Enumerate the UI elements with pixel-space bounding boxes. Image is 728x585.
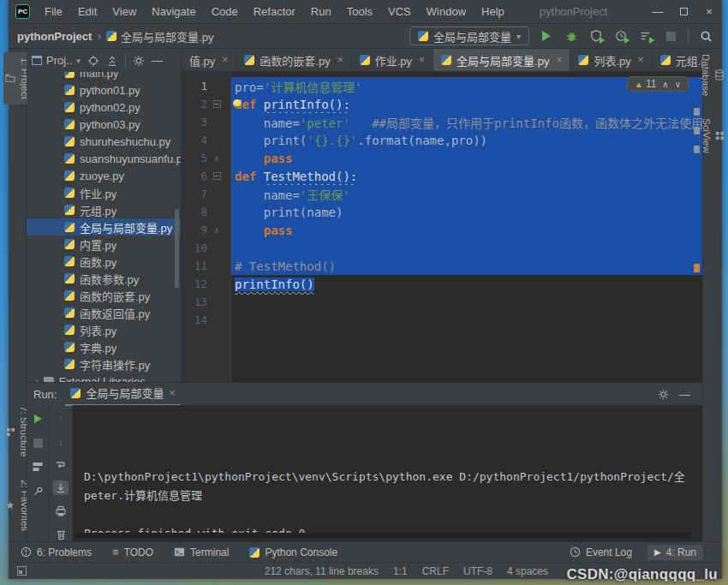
gutter-row[interactable]: 10	[182, 239, 230, 257]
run-button[interactable]	[539, 28, 554, 44]
soft-wrap-button[interactable]	[53, 457, 69, 472]
locate-file-button[interactable]	[87, 55, 99, 67]
tree-item-external-libraries[interactable]: › External Libraries	[27, 373, 181, 382]
tool-stripe-sciview[interactable]: SciView	[701, 118, 725, 153]
rerun-button[interactable]	[30, 411, 45, 427]
code-line[interactable]: print(name)	[231, 203, 702, 221]
error-stripe-mark-selection[interactable]	[694, 264, 700, 272]
python-console-button[interactable]: Python Console	[249, 546, 337, 558]
menu-refactor[interactable]: Refactor	[248, 3, 301, 21]
tree-item[interactable]: 元组.py	[27, 201, 181, 218]
tree-item[interactable]: 函数返回值.py	[27, 304, 181, 321]
fold-end-marker-icon[interactable]: ∧	[214, 154, 218, 163]
code-line[interactable]: printInfo()	[231, 275, 702, 293]
maximize-button[interactable]	[671, 1, 696, 23]
tree-item[interactable]: 字典.py	[27, 338, 181, 355]
run-tool-window-button[interactable]: ▶ 4: Run	[647, 545, 703, 560]
gutter-row[interactable]: 3	[182, 113, 230, 131]
stop-process-button[interactable]	[30, 435, 45, 451]
debug-button[interactable]	[564, 28, 579, 44]
gutter-row[interactable]: 11	[182, 257, 230, 275]
menu-navigate[interactable]: Navigate	[146, 3, 201, 21]
run-with-options-button[interactable]	[638, 28, 653, 44]
tab-liebiao[interactable]: 列表.py ×	[570, 49, 652, 71]
console-horizontal-scrollbar[interactable]	[75, 533, 690, 538]
next-warning-button[interactable]: ∨	[675, 80, 681, 89]
tree-item[interactable]: 函数.py	[27, 253, 181, 270]
fold-marker-icon[interactable]: −	[213, 100, 221, 108]
gutter-row[interactable]: 1	[182, 77, 230, 95]
status-caret-position[interactable]: 1:1	[393, 565, 408, 577]
hide-run-panel-button[interactable]: —	[679, 388, 690, 401]
gutter-row[interactable]: 7	[182, 185, 230, 203]
tree-item[interactable]: python03.py	[27, 116, 181, 133]
fold-end-marker-icon[interactable]: ∧	[214, 226, 218, 235]
gutter-row[interactable]: 13	[182, 293, 230, 311]
menu-file[interactable]: File	[39, 3, 69, 21]
tree-item[interactable]: shuruheshuchu.py	[27, 133, 181, 150]
close-icon[interactable]: ×	[222, 54, 228, 66]
run-tab[interactable]: 全局与局部变量 ×	[65, 382, 180, 406]
tab-active-quanjuyujubu[interactable]: 全局与局部变量.py ×	[433, 49, 570, 71]
tree-item[interactable]: python02.py	[27, 98, 181, 116]
tab-yuanzu[interactable]: 元组.p	[653, 49, 702, 71]
error-stripe-mark[interactable]	[694, 108, 700, 116]
close-button[interactable]: ×	[696, 1, 722, 23]
minimize-button[interactable]: —	[645, 1, 671, 23]
pin-tab-button[interactable]	[30, 483, 45, 498]
code-viewport[interactable]: pro='计算机信息管理'def printInfo(): name='pete…	[231, 72, 702, 382]
tree-item[interactable]: zuoye.py	[27, 167, 181, 184]
close-icon[interactable]: ×	[556, 54, 562, 66]
code-line[interactable]: print('{}.{}'.format(name,pro))	[231, 131, 702, 149]
tree-item[interactable]: python01.py	[27, 81, 181, 98]
gutter-row[interactable]: 2−	[182, 95, 230, 113]
terminal-button[interactable]: Terminal	[174, 546, 229, 558]
tab-hanshudeqiantao[interactable]: 函数的嵌套.py ×	[236, 49, 351, 71]
gutter-row[interactable]: 9∧	[182, 221, 230, 239]
print-button[interactable]	[53, 504, 69, 518]
editor-gutter[interactable]: 12−345∧6−789∧1011121314	[182, 72, 231, 382]
run-with-coverage-button[interactable]	[588, 28, 604, 44]
code-line[interactable]: name='王保保'	[231, 185, 702, 203]
close-icon[interactable]: ×	[337, 54, 343, 66]
gutter-row[interactable]: 14	[182, 311, 230, 329]
code-line[interactable]: pass	[231, 221, 702, 239]
scroll-to-end-button[interactable]	[53, 481, 69, 495]
tree-item[interactable]: 函数的嵌套.py	[27, 287, 181, 304]
restore-layout-button[interactable]	[30, 459, 45, 475]
clear-console-button[interactable]	[53, 527, 69, 541]
tool-stripe-structure[interactable]: 7: Structure	[6, 406, 29, 457]
gutter-row[interactable]: 4	[182, 131, 230, 149]
menu-window[interactable]: Window	[421, 3, 472, 21]
gutter-row[interactable]: 6−	[182, 167, 230, 185]
stop-button[interactable]	[663, 28, 678, 44]
menu-code[interactable]: Code	[206, 3, 244, 21]
tree-item-selected[interactable]: 全局与局部变量.py	[27, 218, 181, 236]
close-icon[interactable]: ×	[169, 387, 175, 399]
gutter-row[interactable]: 5∧	[182, 149, 230, 167]
collapse-all-button[interactable]	[106, 55, 118, 67]
project-view-selector[interactable]: Proj.. ▾	[32, 54, 81, 67]
code-line[interactable]	[231, 293, 702, 311]
hide-panel-button[interactable]: —	[152, 54, 163, 67]
next-occurrence-button[interactable]: ↓	[53, 434, 69, 449]
fold-marker-icon[interactable]: −	[213, 172, 221, 180]
status-indent[interactable]: 4 spaces	[507, 565, 548, 577]
menu-tools[interactable]: Tools	[341, 3, 379, 21]
tool-stripe-database[interactable]: Database	[701, 54, 725, 96]
code-line[interactable]: def TestMethod():	[231, 167, 702, 185]
tree-item[interactable]: 作业.py	[27, 184, 181, 201]
code-line[interactable]	[231, 311, 702, 329]
tree-scrollbar[interactable]	[175, 209, 179, 288]
profile-button[interactable]	[613, 28, 629, 44]
menu-vcs[interactable]: VCS	[382, 3, 417, 21]
close-icon[interactable]: ×	[419, 54, 425, 66]
tree-item[interactable]: main.py	[27, 72, 181, 81]
error-stripe-mark[interactable]	[694, 146, 700, 153]
tree-item[interactable]: 列表.py	[27, 321, 181, 338]
tree-item[interactable]: 字符串操作.py	[27, 355, 181, 373]
tab-zuoye[interactable]: 作业.py ×	[352, 49, 433, 71]
status-line-separator[interactable]: CRLF	[422, 565, 449, 577]
inspection-widget[interactable]: ▲ 11 ∧ ∨	[627, 76, 689, 92]
problems-button[interactable]: 6: Problems	[21, 546, 92, 558]
